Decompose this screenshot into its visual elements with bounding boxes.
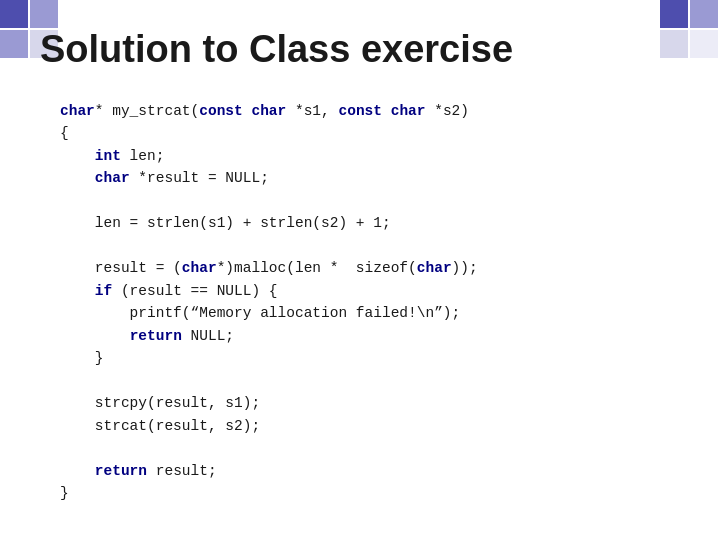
- code-line-16: [60, 437, 478, 459]
- svg-rect-7: [690, 30, 718, 58]
- code-line-11: return NULL;: [60, 325, 478, 347]
- svg-rect-1: [30, 0, 58, 28]
- svg-rect-4: [660, 0, 688, 28]
- svg-rect-0: [0, 0, 28, 28]
- corner-decoration-top-right: [600, 0, 720, 60]
- code-line-7: [60, 235, 478, 257]
- slide-title: Solution to Class exercise: [40, 28, 513, 71]
- code-block: char* my_strcat(const char *s1, const ch…: [60, 100, 478, 504]
- code-line-12: }: [60, 347, 478, 369]
- code-line-6: len = strlen(s1) + strlen(s2) + 1;: [60, 212, 478, 234]
- code-line-3: int len;: [60, 145, 478, 167]
- code-line-18: }: [60, 482, 478, 504]
- svg-rect-2: [0, 30, 28, 58]
- code-line-1: char* my_strcat(const char *s1, const ch…: [60, 100, 478, 122]
- svg-rect-6: [660, 30, 688, 58]
- code-line-15: strcat(result, s2);: [60, 415, 478, 437]
- code-line-4: char *result = NULL;: [60, 167, 478, 189]
- code-line-13: [60, 370, 478, 392]
- code-line-17: return result;: [60, 460, 478, 482]
- svg-rect-5: [690, 0, 718, 28]
- code-line-2: {: [60, 122, 478, 144]
- code-line-5: [60, 190, 478, 212]
- code-line-8: result = (char*)malloc(len * sizeof(char…: [60, 257, 478, 279]
- code-line-10: printf(“Memory allocation failed!\n”);: [60, 302, 478, 324]
- code-line-9: if (result == NULL) {: [60, 280, 478, 302]
- code-line-14: strcpy(result, s1);: [60, 392, 478, 414]
